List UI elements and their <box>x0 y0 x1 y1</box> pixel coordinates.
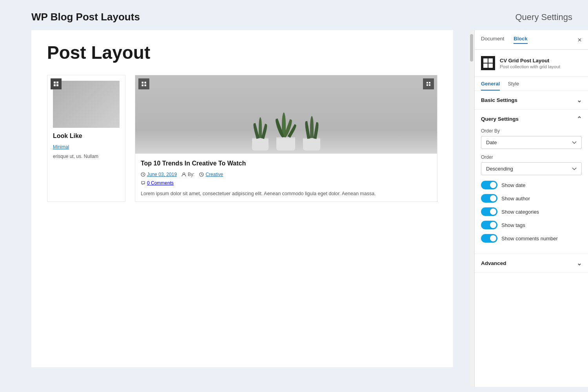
sidebar-tab-group: Document Block <box>481 36 528 44</box>
toggle-show-categories-input[interactable] <box>481 207 497 216</box>
post-excerpt-left: erisque ut, us. Nullam <box>53 153 120 160</box>
main-layout: Post Layout Look Like Minimal erisque ut <box>0 30 588 387</box>
post-icon-left <box>51 78 62 89</box>
order-by-group: Order By Date Title Author <box>481 128 582 149</box>
order-by-select[interactable]: Date Title Author <box>481 136 582 149</box>
query-settings-header[interactable]: Query Settings ⌃ <box>475 110 588 128</box>
order-by-label: Order By <box>481 128 582 134</box>
close-button[interactable]: × <box>577 36 582 44</box>
post-title-right: Top 10 Trends In Creative To Watch <box>141 159 432 168</box>
post-card-left-image <box>53 81 120 128</box>
meta-category: Creative <box>199 172 223 177</box>
accordion-query-settings: Query Settings ⌃ Order By Date Title Aut… <box>475 110 588 254</box>
post-card-icon-left <box>138 78 149 89</box>
post-grid: Look Like Minimal erisque ut, us. Nullam <box>47 75 437 202</box>
svg-rect-8 <box>426 82 428 83</box>
post-card-image <box>135 75 437 154</box>
sidebar-top-tabs: Document Block × <box>475 30 588 50</box>
order-group: Order Descending Ascending <box>481 154 582 175</box>
basic-settings-label: Basic Settings <box>481 97 517 103</box>
svg-rect-6 <box>142 84 143 86</box>
query-settings-chevron: ⌃ <box>577 115 582 123</box>
block-name: CV Grid Post Layout <box>500 58 560 64</box>
toggle-show-tags-label: Show tags <box>501 222 525 228</box>
svg-rect-5 <box>144 82 146 83</box>
post-card-right: Top 10 Trends In Creative To Watch June … <box>135 75 437 202</box>
top-right-heading: Query Settings <box>515 12 572 22</box>
panel-tabs: General Style <box>475 77 588 91</box>
toggle-show-author-input[interactable] <box>481 194 497 203</box>
query-settings-label: Query Settings <box>481 116 519 122</box>
block-description: Post collection with grid layout <box>500 64 560 69</box>
advanced-label: Advanced <box>481 260 506 266</box>
post-excerpt: Lorem ipsum dolor sit amet, consectetuer… <box>141 190 432 198</box>
svg-rect-9 <box>429 82 430 83</box>
toggle-show-date: Show date <box>481 181 582 189</box>
post-meta-right: June 03, 2019 By: Creative <box>141 172 432 177</box>
post-meta-author: Minimal <box>53 144 69 150</box>
toggle-show-tags-input[interactable] <box>481 221 497 229</box>
block-icon <box>481 56 495 70</box>
svg-rect-10 <box>426 84 428 86</box>
order-label: Order <box>481 154 582 160</box>
editor-scrollbar[interactable] <box>469 30 474 387</box>
post-meta-left: Minimal <box>53 144 120 150</box>
plant-3 <box>303 116 320 151</box>
toggle-show-categories: Show categories <box>481 207 582 216</box>
plant-2 <box>276 113 295 151</box>
content-area: Post Layout Look Like Minimal erisque ut <box>0 30 469 387</box>
tab-document[interactable]: Document <box>481 36 504 44</box>
svg-rect-2 <box>54 84 56 86</box>
post-title-left: Look Like <box>53 132 120 140</box>
post-comments: 0 Comments <box>141 180 432 187</box>
canvas-post-title: Post Layout <box>47 42 437 63</box>
svg-rect-3 <box>56 84 58 86</box>
block-info-text: CV Grid Post Layout Post collection with… <box>500 58 560 69</box>
svg-rect-0 <box>54 82 56 83</box>
query-settings-body: Order By Date Title Author Order Descend… <box>475 128 588 254</box>
advanced-header[interactable]: Advanced ⌄ <box>475 254 588 272</box>
advanced-chevron: ⌄ <box>577 260 582 267</box>
toggle-show-author: Show author <box>481 194 582 203</box>
toggle-show-comments-input[interactable] <box>481 234 497 243</box>
basic-settings-header[interactable]: Basic Settings ⌄ <box>475 91 588 109</box>
top-bar: WP Blog Post Layouts Query Settings <box>0 0 588 30</box>
toggle-show-date-input[interactable] <box>481 181 497 189</box>
page-title: WP Blog Post Layouts <box>31 11 140 23</box>
svg-rect-11 <box>429 84 430 86</box>
tab-style[interactable]: Style <box>508 81 519 91</box>
sidebar-scroll-area: Basic Settings ⌄ Query Settings ⌃ Order … <box>475 91 588 387</box>
toggle-show-author-label: Show author <box>501 196 530 201</box>
post-card-body: Top 10 Trends In Creative To Watch June … <box>135 154 437 201</box>
toggle-show-date-label: Show date <box>501 182 525 188</box>
svg-rect-4 <box>142 82 143 83</box>
plant-1 <box>252 117 269 151</box>
toggle-show-tags: Show tags <box>481 221 582 229</box>
scrollbar-thumb[interactable] <box>470 34 473 62</box>
basic-settings-chevron: ⌄ <box>577 96 582 104</box>
svg-rect-7 <box>144 84 146 86</box>
accordion-basic-settings: Basic Settings ⌄ <box>475 91 588 110</box>
meta-date: June 03, 2019 <box>141 172 177 177</box>
toggle-show-comments-label: Show comments number <box>501 236 558 241</box>
sidebar: Document Block × CV Grid Post Layout Pos… <box>474 30 588 387</box>
post-card-left: Look Like Minimal erisque ut, us. Nullam <box>47 75 125 202</box>
toggle-show-comments: Show comments number <box>481 234 582 243</box>
editor-canvas: Post Layout Look Like Minimal erisque ut <box>31 30 453 367</box>
toggle-show-categories-label: Show categories <box>501 209 539 215</box>
post-card-icon-right <box>423 78 434 89</box>
svg-rect-1 <box>56 82 58 83</box>
accordion-advanced: Advanced ⌄ <box>475 254 588 273</box>
tab-general[interactable]: General <box>481 81 500 91</box>
meta-author: By: <box>181 172 194 177</box>
block-info: CV Grid Post Layout Post collection with… <box>475 50 588 77</box>
tab-block[interactable]: Block <box>514 36 527 44</box>
order-select[interactable]: Descending Ascending <box>481 162 582 175</box>
editor-frame: Post Layout Look Like Minimal erisque ut <box>31 30 453 367</box>
